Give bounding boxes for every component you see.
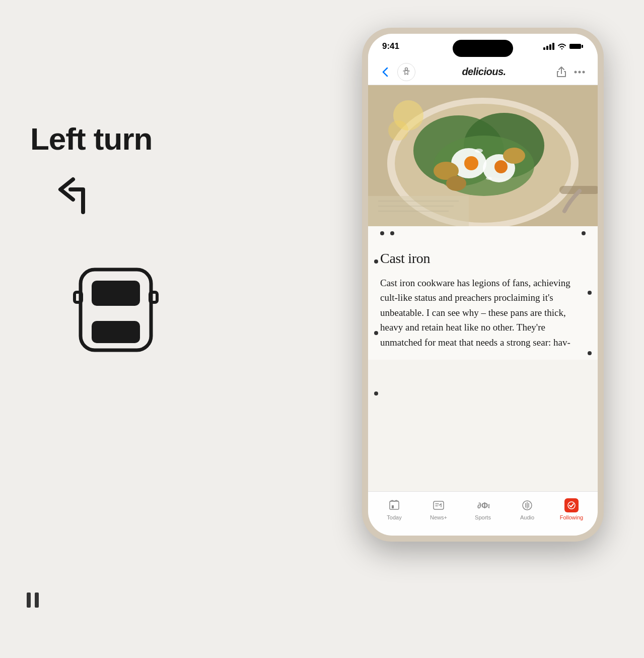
following-label: Following — [560, 514, 583, 520]
share-button[interactable] — [552, 63, 570, 81]
news-plus-icon — [432, 498, 446, 512]
left-instruction-panel: Left turn — [30, 121, 222, 362]
status-bar: 9:41 — [368, 34, 598, 59]
svg-rect-6 — [582, 45, 583, 48]
svg-text:∂Φε: ∂Φε — [477, 501, 489, 510]
article-content: Cast iron Cast iron cookware has legions… — [368, 240, 598, 360]
tab-following[interactable]: Following — [549, 498, 594, 520]
status-time: 9:41 — [382, 41, 399, 51]
dot-3 — [582, 231, 586, 235]
tab-audio[interactable]: Audio — [505, 498, 549, 520]
side-dot-3 — [588, 291, 592, 295]
svg-point-10 — [583, 71, 585, 73]
side-dot-1 — [374, 259, 378, 264]
phone-screen: 9:41 — [368, 34, 598, 536]
dynamic-island — [453, 40, 513, 57]
accessibility-button[interactable] — [397, 63, 415, 81]
battery-icon — [569, 43, 584, 50]
side-dot-4 — [588, 351, 592, 355]
svg-rect-5 — [569, 44, 581, 49]
svg-point-22 — [503, 148, 525, 164]
back-button[interactable] — [377, 64, 393, 80]
svg-point-9 — [579, 71, 581, 73]
tab-news-plus[interactable]: News+ — [416, 498, 461, 520]
article-title: Cast iron — [380, 250, 586, 267]
sports-icon: ∂Φε — [476, 498, 490, 512]
phone-mockup: 9:41 — [362, 28, 604, 542]
svg-rect-2 — [92, 321, 140, 343]
svg-rect-4 — [150, 292, 157, 302]
wifi-icon — [557, 43, 566, 50]
today-label: Today — [387, 514, 401, 520]
car-icon — [70, 249, 222, 362]
sports-label: Sports — [475, 514, 491, 520]
article-image — [368, 85, 598, 226]
svg-point-20 — [494, 160, 508, 173]
svg-point-8 — [575, 71, 577, 73]
svg-point-7 — [405, 68, 408, 70]
svg-rect-34 — [434, 501, 444, 509]
svg-point-24 — [475, 149, 483, 153]
svg-rect-33 — [390, 501, 399, 509]
tab-today[interactable]: Today — [372, 498, 416, 520]
svg-point-25 — [486, 177, 492, 180]
navigation-bar: delicious. — [368, 59, 598, 85]
signal-icon — [543, 43, 554, 50]
side-dot-2 — [374, 331, 378, 335]
more-button[interactable] — [570, 63, 589, 81]
svg-point-18 — [464, 156, 478, 170]
tab-bar: Today News+ ∂Φε Sports — [368, 491, 598, 536]
svg-point-23 — [446, 176, 466, 191]
pause-button[interactable] — [20, 587, 45, 613]
svg-rect-1 — [92, 281, 140, 306]
audio-label: Audio — [520, 514, 534, 520]
turn-direction-label: Left turn — [30, 121, 222, 157]
news-plus-label: News+ — [430, 514, 447, 520]
status-icons — [543, 43, 584, 50]
today-icon — [387, 498, 401, 512]
pause-icon — [27, 593, 39, 608]
following-tab-icon — [564, 498, 579, 512]
svg-point-28 — [388, 120, 408, 141]
turn-arrow-icon — [45, 172, 222, 224]
side-dot-5 — [374, 391, 378, 396]
article-body: Cast iron cookware has legions of fans, … — [380, 276, 586, 350]
tab-sports[interactable]: ∂Φε Sports — [461, 498, 505, 520]
audio-icon — [520, 498, 534, 512]
svg-rect-3 — [75, 292, 82, 302]
publication-title: delicious. — [415, 66, 552, 78]
pagination-dots — [368, 226, 598, 240]
dot-2 — [390, 231, 394, 235]
dot-1 — [380, 231, 384, 235]
